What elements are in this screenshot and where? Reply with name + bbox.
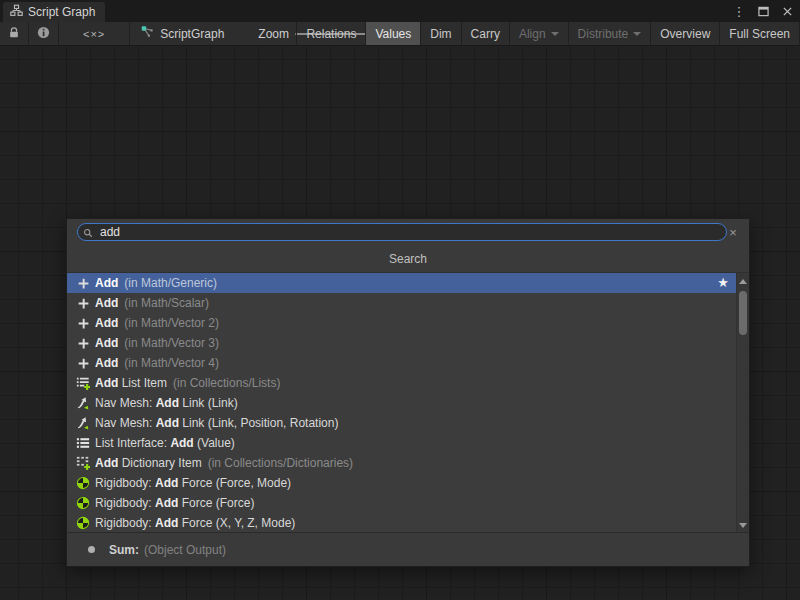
code-button[interactable]: <×> bbox=[59, 22, 130, 45]
result-bold: Add bbox=[155, 516, 178, 530]
chevron-down-icon bbox=[551, 32, 559, 36]
result-rest: Force (Force, Mode) bbox=[178, 476, 291, 490]
tab-label: Script Graph bbox=[28, 5, 95, 19]
maximize-icon[interactable] bbox=[756, 4, 770, 18]
rigidbody-icon bbox=[75, 495, 91, 511]
dict-add-icon bbox=[75, 455, 91, 471]
list-add-icon bbox=[75, 375, 91, 391]
title-bar: Script Graph ⋮ bbox=[0, 0, 800, 23]
output-port-icon bbox=[88, 546, 95, 553]
result-bold: Add bbox=[155, 496, 178, 510]
toolbar-button-label: Relations bbox=[306, 27, 356, 41]
result-preview-footer: Sum: (Object Output) bbox=[67, 532, 749, 566]
result-bold: Add bbox=[156, 396, 179, 410]
toolbar-button-full-screen[interactable]: Full Screen bbox=[720, 22, 800, 45]
window-controls: ⋮ bbox=[732, 0, 794, 22]
plus-icon bbox=[75, 275, 91, 291]
footer-port-name: Sum: bbox=[109, 543, 139, 557]
toolbar-button-distribute: Distribute bbox=[569, 22, 652, 45]
result-bold: Add bbox=[155, 476, 178, 490]
tab-script-graph[interactable]: Script Graph bbox=[3, 2, 105, 22]
result-rest: (Value) bbox=[194, 436, 235, 450]
close-icon[interactable] bbox=[780, 4, 794, 18]
toolbar-button-values[interactable]: Values bbox=[366, 22, 421, 45]
search-result-row[interactable]: Nav Mesh: Add Link (Link, Position, Rota… bbox=[67, 413, 736, 433]
result-dim: (in Collections/Lists) bbox=[173, 376, 280, 390]
result-dim: (in Math/Scalar) bbox=[124, 296, 209, 310]
rigidbody-icon bbox=[75, 515, 91, 531]
lock-icon bbox=[8, 26, 20, 42]
navmesh-icon bbox=[75, 395, 91, 411]
result-prefix: Rigidbody: bbox=[95, 496, 155, 510]
zoom-label: Zoom bbox=[258, 27, 289, 41]
result-rest: Dictionary Item bbox=[118, 456, 201, 470]
result-prefix: Rigidbody: bbox=[95, 516, 155, 530]
footer-port-type: (Object Output) bbox=[144, 543, 226, 557]
toolbar-button-label: Overview bbox=[660, 27, 710, 41]
result-rest: List Item bbox=[118, 376, 167, 390]
toolbar-button-label: Full Screen bbox=[729, 27, 790, 41]
search-result-row[interactable]: Add List Item(in Collections/Lists) bbox=[67, 373, 736, 393]
result-bold: Add bbox=[95, 356, 118, 370]
result-bold: Add bbox=[95, 276, 118, 290]
result-prefix: Nav Mesh: bbox=[95, 416, 156, 430]
toolbar-button-label: Align bbox=[519, 27, 546, 41]
favorite-star-icon[interactable]: ★ bbox=[717, 275, 729, 291]
script-graph-icon bbox=[140, 25, 154, 42]
toolbar-button-label: Dim bbox=[430, 27, 451, 41]
scrollbar-thumb[interactable] bbox=[739, 291, 747, 335]
info-icon bbox=[37, 26, 50, 42]
search-results-header: Search bbox=[67, 245, 749, 273]
code-icon: <×> bbox=[83, 27, 105, 41]
search-result-row[interactable]: Rigidbody: Add Force (Force) bbox=[67, 493, 736, 513]
result-prefix: List Interface: bbox=[95, 436, 170, 450]
result-dim: (in Math/Vector 2) bbox=[124, 316, 219, 330]
list-icon bbox=[75, 435, 91, 451]
search-result-row[interactable]: Add(in Math/Generic)★ bbox=[67, 273, 736, 293]
result-dim: (in Collections/Dictionaries) bbox=[208, 456, 353, 470]
plus-icon bbox=[75, 295, 91, 311]
search-result-row[interactable]: Rigidbody: Add Force (X, Y, Z, Mode) bbox=[67, 513, 736, 533]
toolbar-button-label: Values bbox=[375, 27, 411, 41]
toolbar-button-carry[interactable]: Carry bbox=[462, 22, 510, 45]
search-result-row[interactable]: Rigidbody: Add Force (Force, Mode) bbox=[67, 473, 736, 493]
search-result-row[interactable]: Nav Mesh: Add Link (Link) bbox=[67, 393, 736, 413]
result-bold: Add bbox=[95, 336, 118, 350]
toolbar-button-overview[interactable]: Overview bbox=[651, 22, 720, 45]
graph-title-group: ScriptGraph bbox=[130, 22, 234, 45]
search-result-row[interactable]: Add(in Math/Vector 3) bbox=[67, 333, 736, 353]
lock-button[interactable] bbox=[0, 22, 29, 45]
toolbar-right-buttons: RelationsValuesDimCarryAlignDistributeOv… bbox=[296, 22, 800, 45]
rigidbody-icon bbox=[75, 475, 91, 491]
toolbar-button-align: Align bbox=[510, 22, 569, 45]
kebab-menu-icon[interactable]: ⋮ bbox=[732, 4, 746, 18]
info-button[interactable] bbox=[29, 22, 59, 45]
toolbar-button-dim[interactable]: Dim bbox=[421, 22, 461, 45]
search-close-icon[interactable]: × bbox=[725, 223, 741, 241]
result-rest: Link (Link) bbox=[179, 396, 238, 410]
graph-toolbar: <×> ScriptGraph Zoom 1x RelationsValuesD… bbox=[0, 22, 800, 46]
chevron-down-icon bbox=[633, 32, 641, 36]
search-input[interactable] bbox=[77, 223, 727, 241]
result-rest: Force (X, Y, Z, Mode) bbox=[178, 516, 295, 530]
toolbar-left-buttons: <×> bbox=[0, 22, 130, 45]
result-rest: Link (Link, Position, Rotation) bbox=[179, 416, 338, 430]
navmesh-icon bbox=[75, 415, 91, 431]
graph-title-label: ScriptGraph bbox=[160, 27, 224, 41]
plus-icon bbox=[75, 315, 91, 331]
search-results-list: Add(in Math/Generic)★Add(in Math/Scalar)… bbox=[67, 273, 736, 533]
search-result-row[interactable]: Add(in Math/Vector 2) bbox=[67, 313, 736, 333]
search-result-row[interactable]: Add Dictionary Item(in Collections/Dicti… bbox=[67, 453, 736, 473]
search-result-row[interactable]: Add(in Math/Vector 4) bbox=[67, 353, 736, 373]
result-bold: Add bbox=[95, 456, 118, 470]
plus-icon bbox=[75, 335, 91, 351]
toolbar-button-relations[interactable]: Relations bbox=[297, 22, 366, 45]
scroll-down-icon[interactable] bbox=[737, 519, 749, 531]
toolbar-button-label: Distribute bbox=[578, 27, 629, 41]
search-result-row[interactable]: List Interface: Add (Value) bbox=[67, 433, 736, 453]
scroll-up-icon[interactable] bbox=[737, 275, 749, 287]
result-prefix: Nav Mesh: bbox=[95, 396, 156, 410]
scrollbar[interactable] bbox=[736, 273, 749, 533]
search-result-row[interactable]: Add(in Math/Scalar) bbox=[67, 293, 736, 313]
result-bold: Add bbox=[170, 436, 193, 450]
